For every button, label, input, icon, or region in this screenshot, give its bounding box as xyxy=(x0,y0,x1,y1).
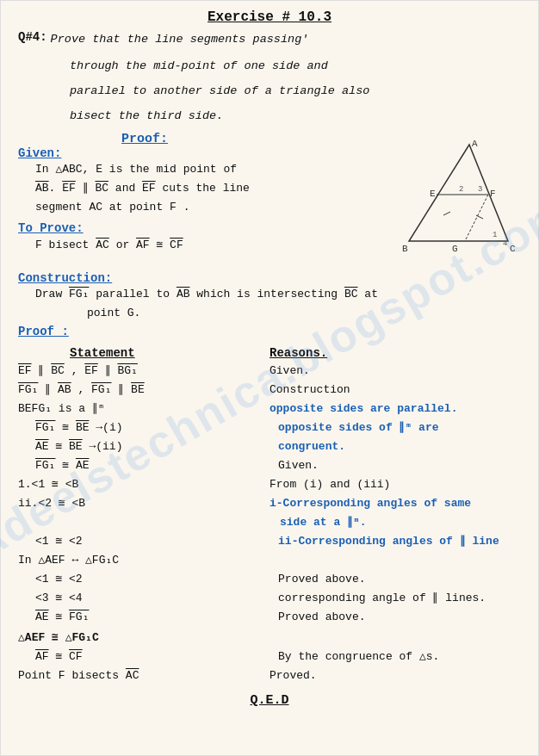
table-row: <1 ≅ <2 ii-Corresponding angles of ∥ lin… xyxy=(18,533,521,552)
statement-8: ii.<2 ≅ <B xyxy=(18,495,270,514)
reason-7: From (i) and (iii) xyxy=(270,476,521,495)
statement-16: AF ≅ CF xyxy=(35,648,278,667)
statement-9 xyxy=(18,514,270,533)
table-row: side at a ∥ᵐ. xyxy=(18,514,521,533)
svg-text:C: C xyxy=(510,244,516,254)
question-content: Prove that the line segments passing' xyxy=(51,30,521,55)
given-line3: segment AC at point F . xyxy=(35,198,383,217)
table-row: BEFG₁ is a ∥ᵐ opposite sides are paralle… xyxy=(18,400,521,419)
statement-10: <1 ≅ <2 xyxy=(35,533,278,552)
reason-8: i-Corresponding angles of same xyxy=(270,495,521,514)
construction-label: Construction: xyxy=(18,271,521,285)
table-row: AE ≅ FG₁ Proved above. xyxy=(18,609,521,628)
svg-text:E: E xyxy=(430,189,436,199)
table-row: △AEF ≅ △FG₁C xyxy=(18,629,521,648)
table-row: <3 ≅ <4 corresponding angle of ∥ lines. xyxy=(18,590,521,609)
table-header: Statement Reasons. xyxy=(18,344,521,363)
question-label: Q#4: xyxy=(18,30,47,55)
table-row: FG₁ ≅ AE Given. xyxy=(18,457,521,476)
question-line1: Prove that the line segments passing' xyxy=(51,30,521,50)
table-row: EF ∥ BC , EF ∥ BG₁ Given. xyxy=(18,363,521,381)
page-title: Exercise # 10.3 xyxy=(18,9,521,25)
svg-text:G: G xyxy=(452,244,458,254)
reason-4: opposite sides of ∥ᵐ are xyxy=(278,419,521,438)
reason-17: Proved. xyxy=(270,667,521,686)
statement-1: EF ∥ BC , EF ∥ BG₁ xyxy=(18,363,270,381)
statement-15: △AEF ≅ △FG₁C xyxy=(18,629,270,648)
reason-2: Construction xyxy=(270,381,521,400)
question-line3: parallel to another side of a triangle a… xyxy=(70,82,521,102)
svg-text:F: F xyxy=(490,189,496,199)
proof2-label: Proof : xyxy=(18,325,521,338)
table-row: ii.<2 ≅ <B i-Corresponding angles of sam… xyxy=(18,495,521,514)
reason-15 xyxy=(270,629,521,648)
to-prove-label: To Prove: xyxy=(18,221,84,235)
reason-9: side at a ∥ᵐ. xyxy=(270,514,521,533)
given-section: Given: In △ABC, E is the mid point of AB… xyxy=(18,146,383,271)
statement-2: FG₁ ∥ AB , FG₁ ∥ BE xyxy=(18,381,270,400)
reason-6: Given. xyxy=(278,457,521,476)
svg-text:1: 1 xyxy=(493,231,497,239)
qed: Q.E.D xyxy=(18,693,521,708)
to-prove-text: F bisect AC or AF ≅ CF xyxy=(35,236,383,255)
statement-13: <3 ≅ <4 xyxy=(35,590,278,609)
svg-line-14 xyxy=(476,215,483,219)
reason-10: ii-Corresponding angles of ∥ line xyxy=(278,533,521,552)
proof-table: Statement Reasons. EF ∥ BC , EF ∥ BG₁ Gi… xyxy=(18,344,521,686)
header-reasons: Reasons. xyxy=(270,344,521,363)
reason-1: Given. xyxy=(270,363,521,381)
reason-3: opposite sides are parallel. xyxy=(270,400,521,419)
table-row: FG₁ ∥ AB , FG₁ ∥ BE Construction xyxy=(18,381,521,400)
statement-5: AE ≅ BE →(ii) xyxy=(35,438,278,457)
svg-text:2: 2 xyxy=(459,185,463,194)
table-row: AF ≅ CF By the congruence of △s. xyxy=(18,648,521,667)
statement-3: BEFG₁ is a ∥ᵐ xyxy=(18,400,270,419)
diagram: A B C E F G 2 3 1 4 xyxy=(383,138,521,271)
statement-11: In △AEF ↔ △FG₁C xyxy=(18,552,270,571)
statement-12: <1 ≅ <2 xyxy=(35,571,278,590)
question-line2: through the mid-point of one side and xyxy=(70,57,521,77)
given-line1: In △ABC, E is the mid point of xyxy=(35,160,383,179)
construction-text: Draw FG₁ parallel to AB which is interse… xyxy=(35,285,521,304)
page: Adeelstechnica.blogspot.com Exercise # 1… xyxy=(0,0,539,756)
statement-4: FG₁ ≅ BE →(i) xyxy=(35,419,278,438)
table-row: FG₁ ≅ BE →(i) opposite sides of ∥ᵐ are xyxy=(18,419,521,438)
statement-17: Point F bisects AC xyxy=(18,667,270,686)
table-row: 1.<1 ≅ <B From (i) and (iii) xyxy=(18,476,521,495)
given-line2: AB. EF ∥ BC and EF cuts the line xyxy=(35,179,383,198)
table-row: Point F bisects AC Proved. xyxy=(18,667,521,686)
given-label: Given: xyxy=(18,146,383,160)
table-row: AE ≅ BE →(ii) congruent. xyxy=(18,438,521,457)
reason-16: By the congruence of △s. xyxy=(278,648,521,667)
reason-14: Proved above. xyxy=(278,609,521,628)
svg-line-8 xyxy=(465,195,488,241)
triangle-diagram: A B C E F G 2 3 1 4 xyxy=(383,138,521,267)
svg-text:A: A xyxy=(472,139,478,149)
reason-13: corresponding angle of ∥ lines. xyxy=(278,590,521,609)
svg-text:B: B xyxy=(402,244,408,254)
reason-5: congruent. xyxy=(278,438,521,457)
table-row: In △AEF ↔ △FG₁C xyxy=(18,552,521,571)
question-line4: bisect the third side. xyxy=(70,107,521,127)
construction-text2: point G. xyxy=(87,304,521,323)
svg-text:4: 4 xyxy=(503,239,507,248)
reason-12: Proved above. xyxy=(278,571,521,590)
reason-11 xyxy=(270,552,521,571)
statement-14: AE ≅ FG₁ xyxy=(35,609,278,628)
header-statement: Statement xyxy=(18,344,270,363)
table-row: <1 ≅ <2 Proved above. xyxy=(18,571,521,590)
svg-line-13 xyxy=(443,212,450,215)
statement-7: 1.<1 ≅ <B xyxy=(18,476,270,495)
statement-6: FG₁ ≅ AE xyxy=(35,457,278,476)
svg-text:3: 3 xyxy=(478,185,482,194)
